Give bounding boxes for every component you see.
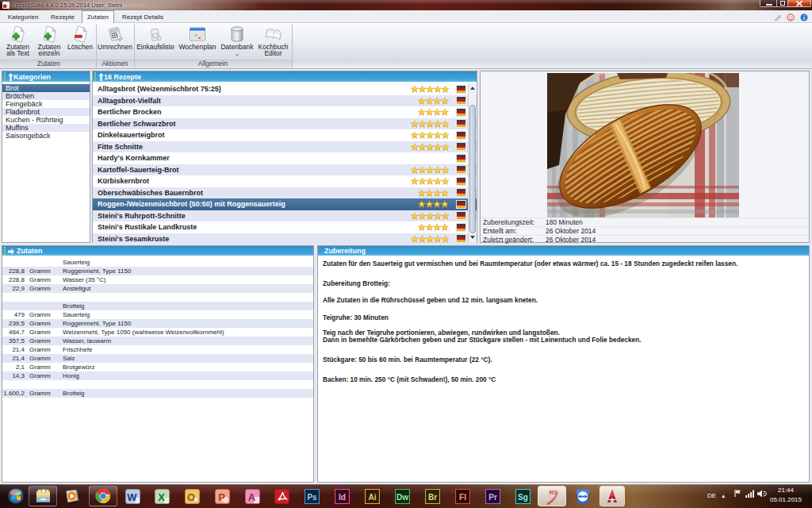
svg-text:W: W (127, 491, 137, 503)
svg-text:Ps: Ps (307, 493, 317, 502)
svg-text:A: A (248, 491, 256, 503)
svg-text:Fl: Fl (459, 493, 466, 502)
svg-text:Br: Br (428, 493, 437, 502)
svg-text:O: O (187, 491, 195, 503)
svg-text:Pr: Pr (488, 493, 497, 502)
svg-text:Ai: Ai (369, 493, 377, 502)
svg-text:Id: Id (339, 493, 346, 502)
svg-text:RS: RS (549, 489, 558, 496)
svg-text:Dw: Dw (396, 493, 408, 502)
svg-text:X: X (158, 491, 165, 503)
svg-text:P: P (218, 491, 225, 503)
svg-text:Sg: Sg (518, 493, 528, 502)
